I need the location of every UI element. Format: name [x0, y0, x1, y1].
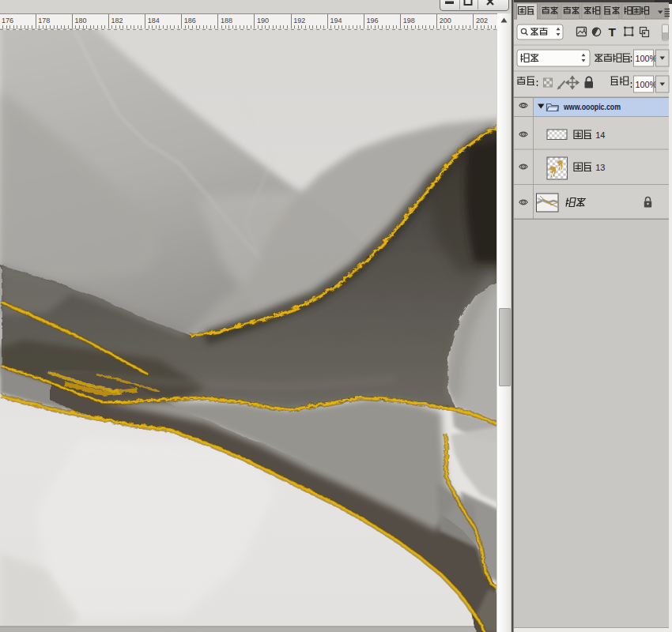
svg-text:178: 178: [38, 17, 50, 24]
svg-text:190: 190: [257, 17, 269, 24]
svg-text:188: 188: [221, 17, 232, 24]
svg-text:13: 13: [595, 163, 605, 172]
svg-text:192: 192: [293, 17, 305, 24]
svg-text:www.ooopic.com: www.ooopic.com: [563, 102, 621, 111]
svg-text:186: 186: [184, 17, 196, 24]
svg-text:194: 194: [330, 17, 342, 24]
svg-text:198: 198: [403, 17, 415, 24]
svg-text:202: 202: [476, 17, 488, 24]
svg-text:176: 176: [2, 17, 13, 24]
svg-text:200: 200: [440, 17, 451, 24]
svg-text:100%: 100%: [636, 80, 658, 89]
svg-text:T: T: [609, 25, 617, 39]
svg-text:182: 182: [111, 17, 123, 24]
svg-text:180: 180: [74, 17, 86, 24]
svg-text:184: 184: [148, 17, 160, 24]
svg-text:196: 196: [367, 17, 379, 24]
svg-text:100%: 100%: [636, 54, 658, 63]
svg-text:14: 14: [595, 130, 605, 140]
